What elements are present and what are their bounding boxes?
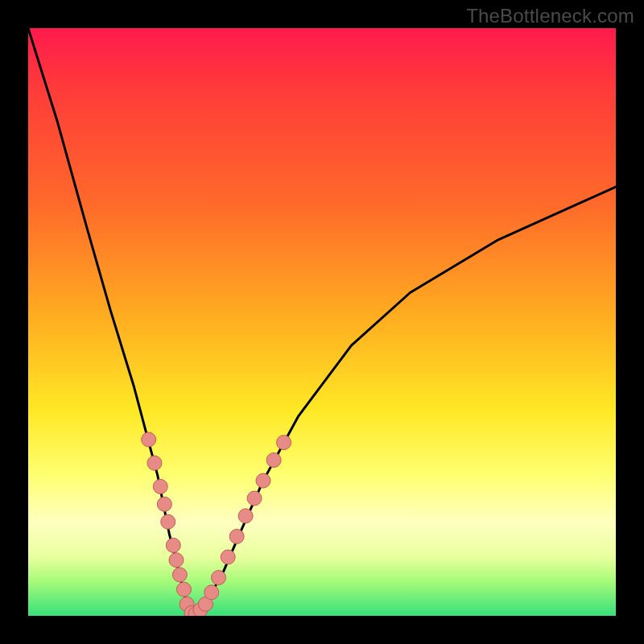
data-point (166, 538, 180, 552)
data-point (147, 456, 162, 470)
data-point (142, 432, 156, 447)
data-point (157, 497, 171, 511)
data-point (221, 550, 235, 564)
watermark-label: TheBottleneck.com (466, 5, 634, 27)
data-point (212, 571, 226, 585)
data-point (153, 479, 167, 493)
data-point (277, 436, 291, 450)
bottleneck-curve (28, 28, 616, 616)
data-point (172, 568, 187, 582)
data-point (204, 585, 219, 600)
data-point (247, 491, 262, 506)
data-point (161, 514, 175, 529)
data-point (266, 453, 281, 468)
chart-root: TheBottleneck.com (0, 0, 644, 644)
data-point (169, 553, 184, 568)
curve-layer (28, 28, 616, 616)
data-point (229, 529, 244, 543)
data-point (256, 473, 270, 488)
plot-area (28, 28, 616, 616)
data-point (176, 582, 191, 597)
data-point (238, 509, 253, 523)
